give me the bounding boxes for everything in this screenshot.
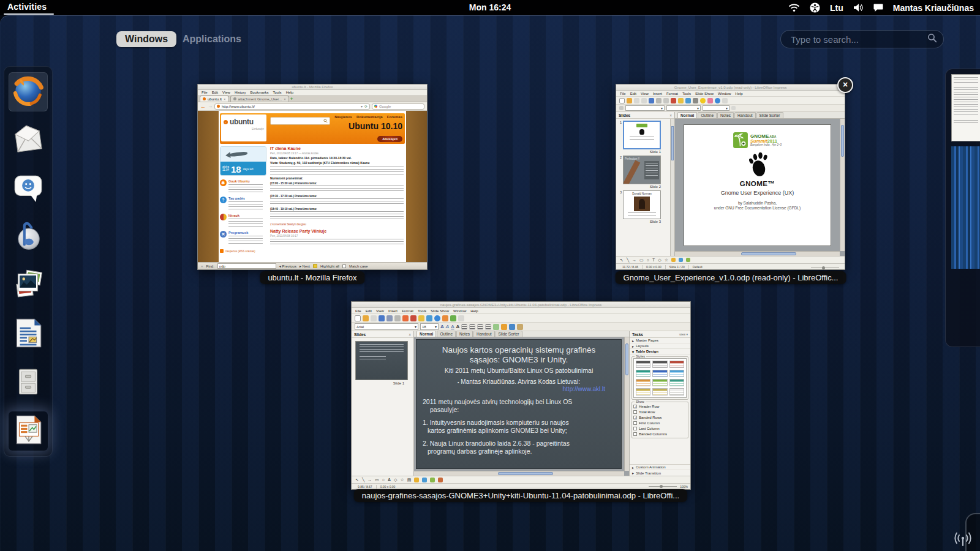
tab-notes: Notes (456, 331, 473, 337)
article-meta: Pen, 2011/04/08 10:17 (270, 234, 404, 238)
site-header-band: ubuntu Lietuvoje Naujienos Dokumentacija… (220, 113, 405, 144)
dock-item-firefox[interactable] (9, 72, 48, 111)
tab-handout: Handout (734, 112, 756, 118)
mini-gnome-foot (639, 129, 644, 135)
align-left-icon (461, 324, 467, 330)
dock-item-shotwell[interactable] (9, 266, 48, 305)
clock-menu[interactable]: Mon 16:24 (469, 2, 511, 12)
find-next: ▸ Next (300, 264, 310, 268)
rss-row: naujienos (RSS srautas) (220, 249, 266, 253)
menu-view: View (376, 309, 384, 313)
object-size: 0.00 x 0.00 (642, 265, 665, 269)
impress1-titlebar: Gnome_User_Experience_v1.0.odp (read-onl… (616, 84, 845, 91)
table-style (636, 379, 650, 386)
mail-envelope-icon (12, 122, 45, 158)
template-name: Default (688, 265, 706, 269)
slide-subtitle: Gnome User Experience (UX) (721, 190, 794, 196)
slide-body-line: 1. Intuityvesnis naudojimasis kompiuteri… (417, 419, 621, 426)
window-impress-naujos-thumbnail[interactable]: naujos-grafines-sasajos-GNOME3+Unity+kit… (351, 301, 691, 490)
search-input[interactable] (791, 34, 927, 45)
slide-title-line: sąsajos: GNOME3 ir Unity. (417, 355, 621, 365)
slide-number: 3 (617, 190, 622, 223)
slide-body-line: 2. Nauja Linux branduolio laida 2.6.38 -… (417, 440, 621, 447)
dock-item-libreoffice-impress[interactable] (9, 411, 48, 451)
sculpture-graphic (623, 160, 640, 184)
sidebar-section: Ištrauk (220, 214, 266, 227)
window-close-button[interactable]: × (837, 77, 853, 93)
checkbox-label: Total Row (639, 410, 655, 414)
slide3-title: Donald Norman (624, 192, 660, 195)
tab-outline: Outline (437, 331, 456, 337)
dock-item-evolution-mail[interactable] (9, 121, 48, 160)
workspace-switcher[interactable] (945, 69, 980, 347)
table-style (636, 388, 650, 395)
user-menu[interactable]: Mantas Kriaučiūnas (893, 3, 974, 13)
slide-thumbnail-row: 1 Slide 1 (617, 121, 673, 154)
menu-slide-show: Slide Show (695, 92, 714, 96)
sidebar-section: ✱ Gauk Ubuntu (220, 179, 266, 193)
article-bold-line: Vieta: Studentų g. 50, 102 auditorija (K… (270, 161, 404, 165)
toolbar-icon (641, 98, 647, 103)
combo-box: ▾ (625, 105, 665, 111)
keyboard-layout-indicator[interactable]: Ltu (830, 3, 843, 13)
dock-item-libreoffice-writer[interactable] (9, 315, 48, 354)
toolbar-icon (663, 98, 669, 103)
slide-label: Slide 3 (623, 220, 661, 223)
show-group: Show ✓Header Row Total Row ✓Banded Rows … (631, 402, 688, 438)
underline-icon: A (451, 324, 454, 329)
slide-thumbnail-row: 2 Perfection !! Slide 2 (617, 156, 673, 189)
menu-window: Window (718, 92, 731, 96)
tab-label: attachment:Gnome_User... (238, 97, 282, 101)
rss-label: naujienos (RSS srautas) (225, 250, 255, 253)
checkbox-row: Last Column (633, 425, 687, 431)
tab-slide-sorter: Slide Sorter (756, 112, 783, 118)
text-placeholder (628, 212, 656, 216)
search-box[interactable] (780, 30, 944, 48)
ubuntu-wordmark-sub: Lietuvoje (224, 127, 264, 130)
checkbox-row: ✓Header Row (633, 403, 687, 409)
toolbar-icon (671, 98, 676, 103)
toolbar-icon (363, 315, 369, 321)
dock-item-file-manager[interactable] (9, 363, 48, 402)
article-meta: Pen, 2011/04/08 19:17 — Atviras kodas (270, 152, 404, 155)
accessibility-icon[interactable] (810, 2, 820, 13)
tab-windows[interactable]: Windows (116, 31, 176, 47)
site-article-column: IT diena Kaune Pen, 2011/04/08 19:17 — A… (270, 146, 404, 261)
slide-body-line: 2011 metų naujovės atvirų technologijų b… (417, 398, 621, 405)
table-style (652, 388, 667, 395)
system-tray: Ltu Mantas Kriaučiūnas (788, 0, 974, 15)
tab-slide-sorter: Slide Sorter (496, 331, 522, 337)
countdown-days: 18 (231, 164, 241, 174)
section-table-design: ▾Table Design (630, 349, 690, 354)
toolbar-icon (619, 98, 625, 103)
table-style (636, 370, 650, 377)
impress2-menubar: File Edit View Insert Format Tools Slide… (352, 308, 690, 314)
dock-item-banshee[interactable] (9, 217, 48, 257)
url-dropdown-icon: ▾ (361, 104, 363, 108)
chat-bubble-icon[interactable] (873, 3, 883, 12)
activities-button[interactable]: Activities (7, 2, 47, 12)
window-firefox-thumbnail[interactable]: ubuntu.lt - Mozilla Firefox File Edit Vi… (197, 84, 428, 270)
arrow-tool-icon: → (632, 258, 636, 262)
toolbar-icon (517, 324, 523, 330)
window-impress-gnome-ux-thumbnail[interactable]: Gnome_User_Experience_v1.0.odp (read-onl… (616, 84, 845, 270)
toolbar-icon (685, 98, 691, 103)
tab-applications[interactable]: Applications (183, 34, 241, 45)
dock-item-empathy-chat[interactable] (9, 169, 48, 208)
impress2-statusbar: 9.85 / 8.67 0.00 x 0.00 100% (352, 483, 690, 489)
shapes-tool-icon: ◇ (394, 478, 397, 482)
stars-tool-icon: ☆ (665, 258, 668, 263)
sidebar-section: ? Tau padės (220, 197, 266, 210)
styles-label: Styles (635, 354, 646, 358)
network-transmitter-icon[interactable] (953, 530, 973, 550)
find-previous: ◂ Previous (279, 264, 296, 268)
ubuntu-wordmark: ubuntu (230, 118, 254, 126)
banshee-icon (12, 219, 45, 255)
impress1-standard-toolbar (616, 97, 845, 105)
table-styles-grid (633, 358, 687, 398)
shapes-tool-icon: ◇ (658, 258, 661, 263)
slide-title-line: Naujos kartos operacinių sistemų grafinė… (417, 345, 621, 355)
combo-box: ▾ (666, 105, 701, 111)
wifi-icon[interactable] (788, 3, 800, 12)
volume-icon[interactable] (853, 3, 864, 12)
